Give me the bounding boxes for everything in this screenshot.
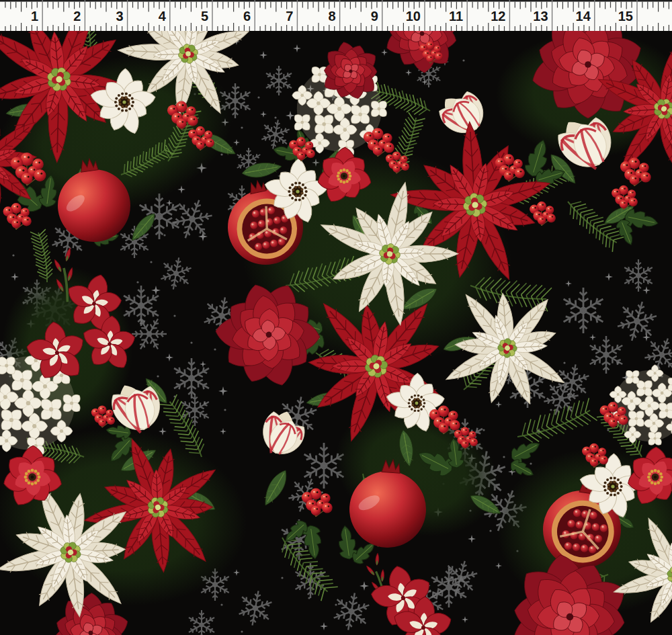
- svg-text:8: 8: [328, 9, 335, 24]
- svg-text:10: 10: [406, 9, 421, 24]
- measuring-ruler: 123456789101112131415: [0, 0, 672, 31]
- svg-text:5: 5: [201, 9, 208, 24]
- svg-text:9: 9: [371, 9, 378, 24]
- fabric-print: [0, 0, 672, 635]
- svg-text:1: 1: [31, 9, 38, 24]
- svg-text:14: 14: [576, 9, 591, 24]
- svg-text:15: 15: [618, 9, 633, 24]
- svg-text:11: 11: [449, 9, 463, 24]
- svg-text:6: 6: [243, 9, 251, 24]
- svg-text:13: 13: [533, 9, 548, 24]
- svg-text:3: 3: [116, 9, 123, 24]
- fabric-swatch-photo: 123456789101112131415: [0, 0, 672, 635]
- svg-text:7: 7: [286, 9, 293, 24]
- svg-text:2: 2: [73, 9, 81, 24]
- svg-text:4: 4: [159, 9, 167, 24]
- svg-text:12: 12: [491, 9, 505, 24]
